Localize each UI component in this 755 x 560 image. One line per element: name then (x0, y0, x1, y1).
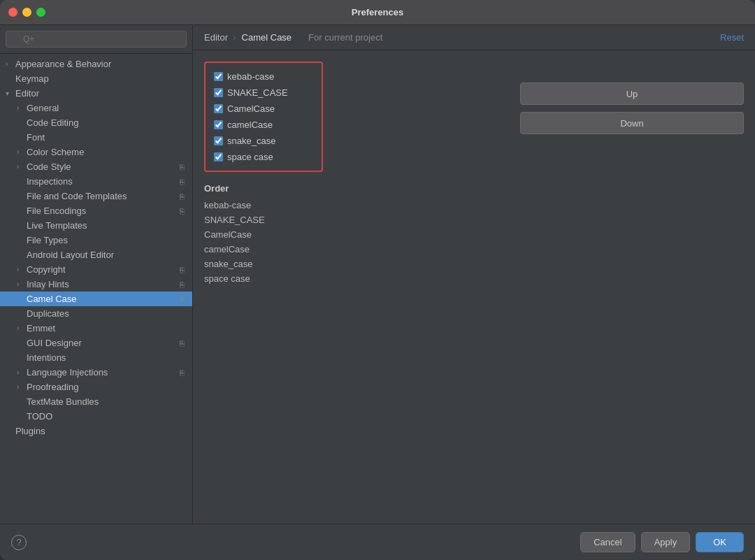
sidebar-item-keymap[interactable]: Keymap (0, 71, 192, 86)
order-item: space case (204, 271, 323, 286)
copy-icon: ⎘ (177, 280, 187, 289)
checkbox-item: CamelCase (214, 101, 313, 117)
sidebar-item-proofreading[interactable]: ›Proofreading (0, 380, 192, 394)
maximize-button[interactable] (36, 8, 45, 17)
sidebar-item-emmet[interactable]: ›Emmet (0, 321, 192, 336)
cancel-button[interactable]: Cancel (580, 532, 635, 552)
sidebar-item-label: Android Layout Editor (27, 250, 187, 260)
down-button[interactable]: Down (520, 112, 744, 134)
sidebar-item-label: Appearance & Behavior (15, 59, 187, 69)
breadcrumb-current: Camel Case (242, 32, 292, 43)
order-item: SNAKE_CASE (204, 213, 323, 227)
sidebar-item-code-editing[interactable]: Code Editing (0, 115, 192, 130)
sidebar-item-label: Language Injections (27, 367, 177, 378)
sidebar-item-label: Intentions (27, 352, 187, 363)
bottom-bar: ? Cancel Apply OK (0, 524, 755, 560)
sidebar-item-label: Plugins (15, 426, 187, 436)
checkbox-label: camelCase (227, 120, 273, 130)
chevron-icon: › (17, 368, 27, 376)
checkbox[interactable] (214, 88, 223, 97)
sidebar-item-label: Camel Case (27, 294, 177, 304)
sidebar-item-inlay-hints[interactable]: ›Inlay Hints⎘ (0, 277, 192, 292)
checkbox-label: space case (227, 152, 273, 162)
sidebar-item-general[interactable]: ›General (0, 101, 192, 115)
sidebar-item-label: Editor (15, 88, 187, 99)
sidebar-item-file-types[interactable]: File Types (0, 233, 192, 247)
sidebar-item-camel-case[interactable]: Camel Case⎘ (0, 292, 192, 306)
sidebar-item-label: Code Style (27, 161, 177, 172)
window-controls (8, 8, 45, 17)
sidebar-item-label: TODO (27, 411, 187, 422)
checkbox[interactable] (214, 104, 223, 113)
order-title: Order (204, 183, 323, 194)
sidebar-item-todo[interactable]: TODO (0, 409, 192, 424)
sidebar-item-file-code-templates[interactable]: File and Code Templates⎘ (0, 189, 192, 203)
checkbox-section: kebab-caseSNAKE_CASECamelCasecamelCasesn… (204, 62, 323, 172)
chevron-icon: › (17, 266, 27, 273)
sidebar-item-editor[interactable]: ▾Editor (0, 86, 192, 101)
sidebar-item-appearance[interactable]: ›Appearance & Behavior (0, 57, 192, 71)
for-current-project: For current project (308, 32, 382, 43)
breadcrumb-separator: › (233, 32, 236, 43)
reset-button[interactable]: Reset (720, 32, 744, 43)
nav-tree: ›Appearance & BehaviorKeymap▾Editor›Gene… (0, 54, 192, 524)
sidebar-item-label: Emmet (27, 323, 187, 333)
checkbox[interactable] (214, 152, 223, 161)
ok-button[interactable]: OK (696, 532, 744, 552)
close-button[interactable] (8, 8, 17, 17)
main-content: ⌕ ›Appearance & BehaviorKeymap▾Editor›Ge… (0, 25, 755, 524)
sidebar-item-plugins[interactable]: Plugins (0, 424, 192, 438)
checkbox[interactable] (214, 120, 223, 129)
chevron-icon: › (17, 104, 27, 112)
minimize-button[interactable] (22, 8, 31, 17)
copy-icon: ⎘ (177, 265, 187, 275)
sidebar-item-font[interactable]: Font (0, 130, 192, 145)
up-button[interactable]: Up (520, 82, 744, 105)
help-button[interactable]: ? (11, 535, 27, 550)
chevron-icon: › (17, 383, 27, 391)
copy-icon: ⎘ (177, 206, 187, 216)
sidebar-item-language-injections[interactable]: ›Language Injections⎘ (0, 365, 192, 380)
chevron-icon: › (17, 148, 27, 156)
sidebar-item-copyright[interactable]: ›Copyright⎘ (0, 262, 192, 277)
checkbox[interactable] (214, 72, 223, 81)
sidebar-item-file-encodings[interactable]: File Encodings⎘ (0, 203, 192, 218)
checkbox-item: snake_case (214, 133, 313, 149)
sidebar-item-label: Live Templates (27, 220, 187, 231)
order-item: camelCase (204, 242, 323, 257)
sidebar-item-gui-designer[interactable]: GUI Designer⎘ (0, 336, 192, 350)
apply-button[interactable]: Apply (641, 532, 691, 552)
order-section: Order kebab-caseSNAKE_CASECamelCasecamel… (204, 183, 323, 286)
sidebar-item-label: File Encodings (27, 206, 177, 216)
chevron-icon: ▾ (6, 89, 15, 97)
sidebar-item-duplicates[interactable]: Duplicates (0, 306, 192, 321)
sidebar: ⌕ ›Appearance & BehaviorKeymap▾Editor›Ge… (0, 25, 193, 524)
sidebar-item-label: Proofreading (27, 382, 187, 392)
window-title: Preferences (352, 7, 403, 17)
checkbox-label: kebab-case (227, 71, 274, 82)
search-box: ⌕ (0, 25, 192, 54)
sidebar-item-label: Inlay Hints (27, 279, 177, 289)
sidebar-item-label: Keymap (15, 73, 187, 84)
search-input[interactable] (6, 31, 187, 48)
order-list: kebab-caseSNAKE_CASECamelCasecamelCasesn… (204, 198, 323, 286)
order-item: CamelCase (204, 227, 323, 242)
checkbox-item: space case (214, 149, 313, 165)
sidebar-item-color-scheme[interactable]: ›Color Scheme (0, 145, 192, 159)
sidebar-item-code-style[interactable]: ›Code Style⎘ (0, 159, 192, 174)
chevron-icon: › (17, 280, 27, 288)
sidebar-item-intentions[interactable]: Intentions (0, 350, 192, 365)
sidebar-item-label: General (27, 103, 187, 113)
sidebar-item-label: GUI Designer (27, 338, 177, 348)
checkbox[interactable] (214, 136, 223, 145)
preferences-window: Preferences ⌕ ›Appearance & BehaviorKeym… (0, 0, 755, 560)
right-panel: Up Down (337, 62, 744, 512)
copy-icon: ⎘ (177, 294, 187, 304)
checkbox-item: camelCase (214, 117, 313, 133)
sidebar-item-live-templates[interactable]: Live Templates (0, 218, 192, 233)
bottom-actions: Cancel Apply OK (580, 532, 744, 552)
sidebar-item-inspections[interactable]: Inspections⎘ (0, 174, 192, 189)
sidebar-item-label: Inspections (27, 176, 177, 187)
sidebar-item-textmate-bundles[interactable]: TextMate Bundles (0, 394, 192, 409)
sidebar-item-android-layout-editor[interactable]: Android Layout Editor (0, 247, 192, 262)
